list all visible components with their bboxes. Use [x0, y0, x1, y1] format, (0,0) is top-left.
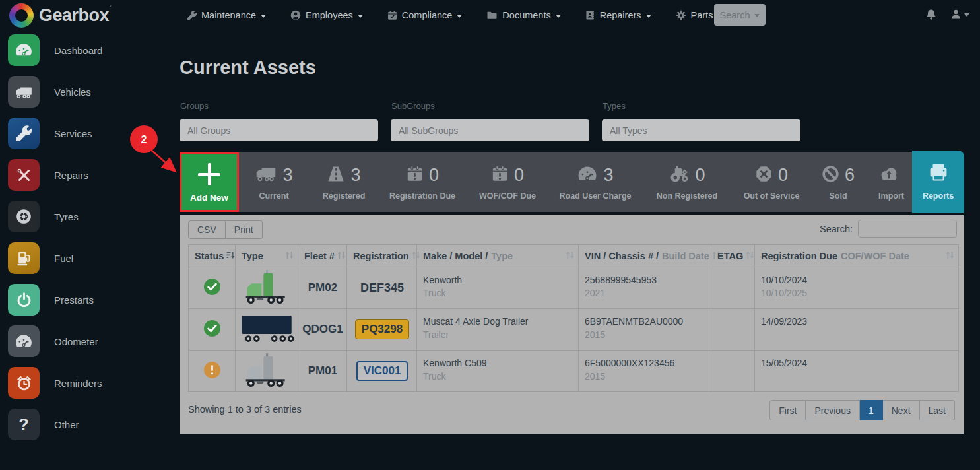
- column-header-type[interactable]: Type: [236, 245, 298, 267]
- pagination-page-1[interactable]: 1: [860, 400, 883, 420]
- make-model-cell: Kenworth C509 Truck: [417, 351, 579, 392]
- table-row[interactable]: PM01 VIC001 Kenworth C509 Truck 6F500000…: [189, 351, 959, 392]
- assets-table-panel: CSV Print Search: Status Type Fleet # Re…: [180, 215, 964, 434]
- notifications-bell-icon[interactable]: [925, 9, 937, 22]
- vin-number: 6B9TAENMTB2AU0000: [585, 315, 705, 328]
- table-row[interactable]: QDOG1 PQ3298 Muscat 4 Axle Dog Trailer T…: [189, 309, 959, 351]
- registration-due-cell: 14/09/2023: [755, 309, 959, 351]
- status-ok-icon: [203, 278, 221, 298]
- tyre-icon: [8, 201, 40, 232]
- toolbar-stat-import[interactable]: Import: [866, 152, 917, 212]
- pagination-next[interactable]: Next: [883, 400, 920, 420]
- nav-item-employees[interactable]: Employees: [290, 10, 363, 20]
- sidebar-item-vehicles[interactable]: Vehicles: [8, 76, 180, 108]
- sidebar-item-tyres[interactable]: Tyres: [8, 201, 180, 232]
- gray-truck-icon: [241, 352, 294, 390]
- column-header-registration[interactable]: Registration: [347, 245, 417, 267]
- build-date: 2015: [585, 328, 705, 341]
- nav-item-compliance[interactable]: Compliance: [387, 10, 463, 20]
- sidebar-item-repairs[interactable]: Repairs: [8, 159, 180, 191]
- toolbar-stat-registration-due[interactable]: 0 Registration Due: [379, 152, 466, 212]
- add-new-button[interactable]: Add New: [180, 152, 239, 212]
- groups-filter-select[interactable]: All Groups: [180, 119, 378, 141]
- user-avatar-icon: [950, 9, 962, 20]
- column-header-vin[interactable]: VIN / Chassis # / Build Date: [579, 245, 711, 267]
- sidebar-item-services[interactable]: Services: [8, 118, 180, 149]
- toolbar-stat-wof-cof-due[interactable]: 0 WOF/COF Due: [466, 152, 549, 212]
- cof-wof-date: 10/10/2025: [761, 286, 953, 300]
- truck-icon: [8, 76, 40, 108]
- page-title: Current Assets: [180, 57, 316, 79]
- nav-item-label: Documents: [502, 10, 550, 20]
- table-search-label: Search:: [820, 224, 853, 234]
- sidebar-item-prestarts[interactable]: Prestarts: [8, 284, 180, 316]
- sidebar-item-label: Prestarts: [54, 294, 94, 306]
- toolbar-stat-registered[interactable]: 3 Registered: [309, 152, 379, 212]
- print-button[interactable]: Print: [226, 220, 263, 239]
- table-row[interactable]: PM02 DEF345 Kenworth Truck 2568899954595…: [189, 267, 959, 309]
- sort-icon: [335, 250, 346, 262]
- sort-icon: [563, 250, 574, 262]
- global-search-button[interactable]: Search: [714, 4, 766, 26]
- toolbar-stat-current[interactable]: 3 Current: [239, 152, 309, 212]
- csv-button[interactable]: CSV: [188, 220, 226, 239]
- sidebar-item-fuel[interactable]: Fuel: [8, 242, 180, 274]
- subgroups-filter-label: SubGroups: [391, 101, 435, 111]
- column-header-etag[interactable]: ETAG: [711, 245, 755, 267]
- vin-cell: 6B9TAENMTB2AU0000 2015: [579, 309, 711, 351]
- vehicle-type-cell: [236, 267, 298, 309]
- calendar-alert-icon: [406, 165, 424, 185]
- user-circle-icon: [290, 10, 301, 20]
- column-header-fleet[interactable]: Fleet #: [298, 245, 347, 267]
- user-account-menu[interactable]: [950, 9, 969, 20]
- stat-label: WOF/COF Due: [479, 191, 536, 201]
- sidebar-item-reminders[interactable]: Reminders: [8, 367, 180, 399]
- chevron-down-icon: [261, 15, 266, 18]
- toolbar-stats: 3 Current 3 Registered 0 Registration Du…: [239, 152, 917, 212]
- status-ok-icon: [203, 319, 221, 340]
- toolbar-stat-sold[interactable]: 6 Sold: [810, 152, 866, 212]
- sidebar-item-label: Vehicles: [54, 86, 91, 98]
- status-warning-icon: [203, 361, 221, 382]
- toolbar-stat-out-of-service[interactable]: 0 Out of Service: [733, 152, 810, 212]
- brand-logo[interactable]: Gearbox´: [9, 3, 112, 28]
- nav-item-documents[interactable]: Documents: [486, 10, 560, 20]
- brand-name: Gearbox: [39, 5, 109, 25]
- etag-cell: [711, 351, 755, 392]
- etag-cell: [711, 309, 755, 351]
- pagination-previous[interactable]: Previous: [806, 400, 859, 420]
- stat-count: 0: [778, 165, 788, 185]
- tractor-icon: [669, 164, 690, 185]
- nav-item-maintenance[interactable]: Maintenance: [187, 10, 266, 20]
- truck-icon: [255, 165, 277, 185]
- wrench-icon: [187, 11, 197, 20]
- column-sublabel: Type: [491, 251, 513, 261]
- search-button-label: Search: [720, 10, 750, 20]
- chevron-down-icon: [358, 15, 363, 18]
- table-search-input[interactable]: [858, 220, 957, 238]
- groups-filter-label: Groups: [180, 101, 209, 111]
- status-cell: [189, 309, 236, 351]
- stat-count: 0: [514, 165, 524, 185]
- sidebar-item-label: Tyres: [54, 211, 79, 222]
- sidebar-item-dashboard[interactable]: Dashboard: [8, 34, 180, 66]
- stat-label: Import: [878, 191, 904, 201]
- question-glyph: ?: [18, 415, 28, 434]
- column-header-status[interactable]: Status: [189, 245, 236, 267]
- ban-icon: [822, 165, 839, 185]
- column-header-registration-due[interactable]: Registration Due COF/WOF Date: [755, 245, 959, 267]
- reports-button[interactable]: Reports: [912, 151, 964, 213]
- nav-item-repairers[interactable]: Repairers: [585, 10, 651, 20]
- toolbar-stat-road-user-charge[interactable]: 3 Road User Charge: [549, 152, 641, 212]
- calendar-check-icon: [387, 10, 397, 20]
- types-filter-select[interactable]: All Types: [602, 119, 800, 141]
- pagination-first[interactable]: First: [769, 400, 806, 420]
- sidebar: Dashboard Vehicles Services Repairs Tyre…: [0, 34, 180, 450]
- toolbar-stat-non-registered[interactable]: 0 Non Registered: [641, 152, 733, 212]
- status-cell: [189, 351, 236, 392]
- pagination-last[interactable]: Last: [920, 400, 955, 420]
- subgroups-filter-select[interactable]: All SubGroups: [391, 119, 589, 141]
- sidebar-item-other[interactable]: ? Other: [8, 409, 180, 440]
- sidebar-item-odometer[interactable]: Odometer: [8, 325, 180, 357]
- column-header-make-model[interactable]: Make / Model / Type: [417, 245, 579, 267]
